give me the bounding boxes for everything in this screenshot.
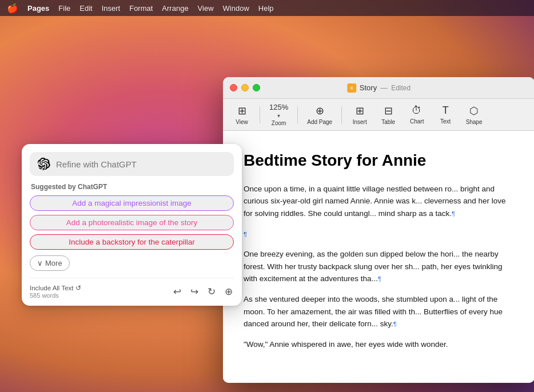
paragraph-3: As she ventured deeper into the woods, s…: [244, 293, 514, 330]
paragraph-2: One breezy evening, as the golden sun di…: [244, 248, 514, 285]
chatgpt-panel: Suggested by ChatGPT Add a magical impre…: [22, 144, 242, 306]
more-button[interactable]: ∨ More: [30, 255, 70, 271]
suggestion-pill-3[interactable]: Include a backstory for the caterpillar: [30, 234, 234, 250]
text-icon: T: [443, 105, 449, 117]
refresh-button[interactable]: ↻: [206, 285, 217, 299]
suggestions-list: Add a magical impressionist image Add a …: [30, 195, 234, 254]
shape-label: Shape: [466, 119, 483, 125]
toolbar-sep-3: [341, 106, 342, 123]
edited-badge: Edited: [391, 84, 411, 92]
include-text-info: Include All Text ↺ 585 words: [30, 284, 81, 299]
add-button[interactable]: ⊕: [224, 285, 234, 299]
toolbar-insert[interactable]: ⊞ Insert: [346, 102, 373, 127]
close-button[interactable]: [230, 84, 237, 91]
suggestions-header: Suggested by ChatGPT: [30, 183, 234, 191]
include-all-text-label[interactable]: Include All Text ↺: [30, 284, 81, 292]
toolbar-shape[interactable]: ⬡ Shape: [461, 102, 487, 127]
menu-insert[interactable]: Insert: [102, 4, 121, 13]
word-count: 585 words: [30, 292, 81, 299]
apple-menu[interactable]: 🍎: [7, 3, 18, 14]
minimize-button[interactable]: [241, 84, 249, 91]
view-label: View: [236, 119, 248, 125]
insert-icon: ⊞: [356, 105, 364, 117]
menu-format[interactable]: Format: [129, 4, 153, 13]
view-icon: ⊞: [238, 105, 246, 117]
chart-label: Chart: [410, 118, 424, 125]
zoom-chevron-icon: ▾: [277, 113, 280, 119]
paragraph-4: "Wow," Annie whispered in awe, her eyes …: [244, 338, 514, 351]
table-label: Table: [381, 119, 395, 125]
menu-view[interactable]: View: [198, 4, 214, 13]
insert-label: Insert: [353, 119, 367, 125]
paragraph-break-1: ¶: [244, 228, 514, 241]
fullscreen-button[interactable]: [253, 84, 260, 91]
toolbar-text[interactable]: T Text: [432, 102, 459, 127]
chatgpt-logo-icon: [38, 158, 50, 170]
menu-window[interactable]: Window: [223, 4, 249, 13]
paragraph-1: Once upon a time, in a quaint little vil…: [244, 183, 514, 220]
add-page-icon: ⊕: [316, 105, 324, 117]
suggestion-pill-2[interactable]: Add a photorealistic image of the story: [30, 215, 234, 230]
zoom-label: Zoom: [272, 120, 286, 126]
shape-icon: ⬡: [469, 105, 479, 117]
app-name[interactable]: Pages: [27, 4, 49, 13]
pages-window: ≡ Story — Edited ⊞ View 125% ▾ Zoom ⊕ A: [223, 77, 534, 383]
panel-footer: Include All Text ↺ 585 words ↩ ↪ ↻ ⊕: [30, 278, 234, 299]
toolbar: ⊞ View 125% ▾ Zoom ⊕ Add Page ⊞ Insert ⊟…: [223, 99, 534, 131]
traffic-lights: [230, 84, 260, 91]
menu-arrange[interactable]: Arrange: [162, 4, 188, 13]
chatgpt-input-row[interactable]: [30, 152, 234, 176]
window-titlebar: ≡ Story — Edited: [223, 77, 534, 99]
document-content: Bedtime Story for Annie Once upon a time…: [223, 131, 534, 383]
redo-button[interactable]: ↪: [189, 285, 200, 299]
chatgpt-refine-input[interactable]: [56, 159, 226, 169]
toolbar-zoom[interactable]: 125% ▾ Zoom: [265, 101, 293, 129]
chart-icon: ⏱: [412, 105, 422, 117]
toolbar-view[interactable]: ⊞ View: [229, 102, 255, 127]
toolbar-sep-2: [297, 106, 298, 123]
toolbar-add-page[interactable]: ⊕ Add Page: [302, 102, 337, 127]
toolbar-table[interactable]: ⊟ Table: [375, 102, 401, 127]
menu-bar: 🍎 Pages File Edit Insert Format Arrange …: [0, 0, 534, 16]
window-title: ≡ Story — Edited: [347, 83, 411, 93]
undo-button[interactable]: ↩: [172, 285, 182, 299]
suggestion-pill-1[interactable]: Add a magical impressionist image: [30, 195, 234, 211]
zoom-value: 125%: [269, 103, 288, 111]
footer-actions: ↩ ↪ ↻ ⊕: [172, 285, 234, 299]
more-label: More: [45, 259, 62, 267]
menu-file[interactable]: File: [58, 4, 70, 13]
desktop: 🍎 Pages File Edit Insert Format Arrange …: [0, 0, 534, 392]
document-icon: ≡: [347, 83, 356, 93]
table-icon: ⊟: [384, 105, 393, 117]
toolbar-chart[interactable]: ⏱ Chart: [404, 102, 430, 127]
menu-edit[interactable]: Edit: [79, 4, 92, 13]
menu-help[interactable]: Help: [258, 4, 274, 13]
toolbar-sep-1: [260, 106, 260, 123]
more-chevron-icon: ∨: [37, 259, 43, 267]
text-label: Text: [440, 118, 451, 125]
document-title-label: Story: [360, 83, 377, 92]
document-heading: Bedtime Story for Annie: [244, 148, 514, 174]
menu-items: File Edit Insert Format Arrange View Win…: [58, 4, 273, 13]
add-page-label: Add Page: [307, 119, 332, 125]
